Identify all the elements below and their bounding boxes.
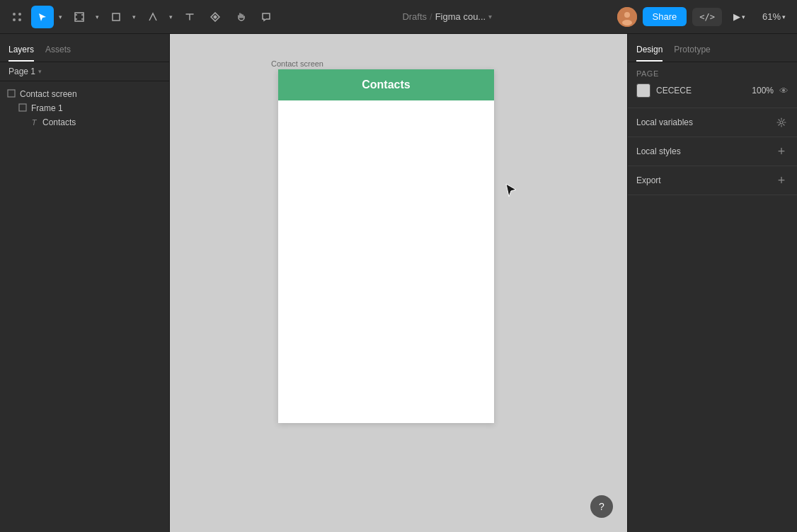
tab-design[interactable]: Design [636, 45, 663, 62]
pen-chevron-button[interactable]: ▾ [166, 6, 176, 28]
code-icon: </> [699, 12, 715, 22]
panel-tabs: Layers Assets [0, 34, 169, 62]
play-button[interactable]: ▶ ▾ [728, 7, 751, 26]
page-name: Page 1 [8, 66, 35, 76]
shape-tool-button[interactable] [105, 6, 127, 28]
page-selector[interactable]: Page 1 ▾ [0, 62, 169, 81]
frame-chevron-button[interactable]: ▾ [92, 6, 102, 28]
tab-layers[interactable]: Layers [8, 45, 34, 62]
toolbar-left: ▾ ▾ ▾ [6, 6, 277, 28]
main-area: Layers Assets Page 1 ▾ Contact screen [0, 34, 797, 532]
right-panel: Design Prototype Page CECECE 100% 👁 Loca… [627, 34, 797, 532]
layer-frame1-icon [17, 103, 28, 113]
layer-item-contacts[interactable]: T Contacts [0, 115, 169, 129]
svg-point-8 [622, 20, 632, 25]
layer-text-icon: T [28, 118, 40, 127]
frame-tool-group: ▾ [68, 6, 102, 28]
cursor-arrow-icon [505, 183, 517, 201]
code-button[interactable]: </> [692, 8, 722, 26]
local-styles-section: Local styles + [628, 137, 797, 166]
main-menu-button[interactable] [6, 6, 28, 28]
avatar [617, 7, 637, 27]
design-frame: Contacts [278, 69, 494, 423]
local-variables-header[interactable]: Local variables [628, 108, 797, 137]
export-title: Export [636, 175, 661, 185]
select-tool-button[interactable] [31, 6, 54, 28]
frame-tool-button[interactable] [68, 6, 91, 28]
play-chevron-icon: ▾ [742, 13, 745, 21]
project-name: Figma cou... [435, 11, 486, 22]
export-add-icon[interactable]: + [774, 173, 789, 187]
svg-rect-5 [113, 13, 120, 21]
tab-prototype[interactable]: Prototype [674, 45, 710, 62]
export-header[interactable]: Export + [628, 166, 797, 195]
local-variables-title: Local variables [636, 117, 693, 127]
comment-tool-button[interactable] [255, 6, 277, 28]
layer-frame1-label: Frame 1 [31, 103, 164, 113]
select-tool-group: ▾ [31, 6, 65, 28]
page-chevron-icon: ▾ [38, 68, 42, 75]
visibility-toggle-icon[interactable]: 👁 [779, 86, 789, 96]
shape-tool-group: ▾ [105, 6, 139, 28]
canvas-frame-label: Contact screen [271, 59, 323, 68]
tab-assets[interactable]: Assets [45, 45, 71, 62]
local-variables-section: Local variables [628, 108, 797, 137]
svg-rect-10 [19, 104, 26, 111]
local-styles-title: Local styles [636, 146, 681, 156]
page-section-label: Page [636, 69, 789, 78]
layer-list: Contact screen Frame 1 T Contacts [0, 81, 169, 532]
left-panel: Layers Assets Page 1 ▾ Contact screen [0, 34, 170, 532]
pen-tool-button[interactable] [142, 6, 164, 28]
toolbar-right: Share </> ▶ ▾ 61% ▾ [617, 7, 791, 27]
breadcrumb-slash: / [430, 11, 432, 22]
shape-chevron-button[interactable]: ▾ [129, 6, 139, 28]
svg-rect-9 [8, 90, 15, 97]
select-chevron-button[interactable]: ▾ [55, 6, 65, 28]
svg-point-11 [780, 121, 783, 124]
contacts-header-text: Contacts [362, 79, 410, 91]
canvas[interactable]: Contact screen Contacts ? [170, 34, 627, 532]
layer-contact-screen-label: Contact screen [20, 89, 164, 99]
layer-item-frame1[interactable]: Frame 1 [0, 101, 169, 115]
play-icon: ▶ [733, 11, 740, 22]
page-section: Page CECECE 100% 👁 [628, 62, 797, 108]
share-button[interactable]: Share [643, 7, 687, 26]
svg-rect-0 [75, 13, 84, 21]
breadcrumb: Drafts / Figma cou... ▾ [402, 11, 492, 22]
zoom-value: 61% [762, 11, 781, 22]
layer-frame-icon [6, 89, 17, 99]
toolbar-center: Drafts / Figma cou... ▾ [280, 11, 614, 22]
drafts-label: Drafts [402, 11, 427, 22]
svg-point-7 [624, 12, 630, 18]
help-icon: ? [599, 501, 604, 512]
pen-tool-group: ▾ [142, 6, 176, 28]
zoom-chevron-icon: ▾ [782, 13, 786, 21]
export-section: Export + [628, 166, 797, 195]
local-styles-add-icon[interactable]: + [774, 144, 789, 158]
text-tool-button[interactable] [178, 6, 201, 28]
color-hex-value: CECECE [656, 86, 746, 96]
local-variables-settings-icon[interactable] [774, 115, 789, 129]
layer-item-contact-screen[interactable]: Contact screen [0, 87, 169, 101]
zoom-control[interactable]: 61% ▾ [757, 7, 791, 26]
right-panel-tabs: Design Prototype [628, 34, 797, 62]
local-styles-header[interactable]: Local styles + [628, 137, 797, 166]
color-swatch[interactable] [636, 83, 650, 98]
color-row: CECECE 100% 👁 [636, 83, 789, 98]
components-tool-button[interactable] [204, 6, 227, 28]
contacts-header: Contacts [278, 69, 494, 100]
toolbar: ▾ ▾ ▾ [0, 0, 797, 34]
layer-contacts-label: Contacts [42, 117, 164, 127]
help-button[interactable]: ? [590, 495, 613, 518]
right-panel-content: Page CECECE 100% 👁 Local variables [628, 62, 797, 532]
color-opacity-value: 100% [752, 86, 774, 96]
breadcrumb-chevron-icon: ▾ [488, 13, 492, 21]
hand-tool-button[interactable] [229, 6, 252, 28]
